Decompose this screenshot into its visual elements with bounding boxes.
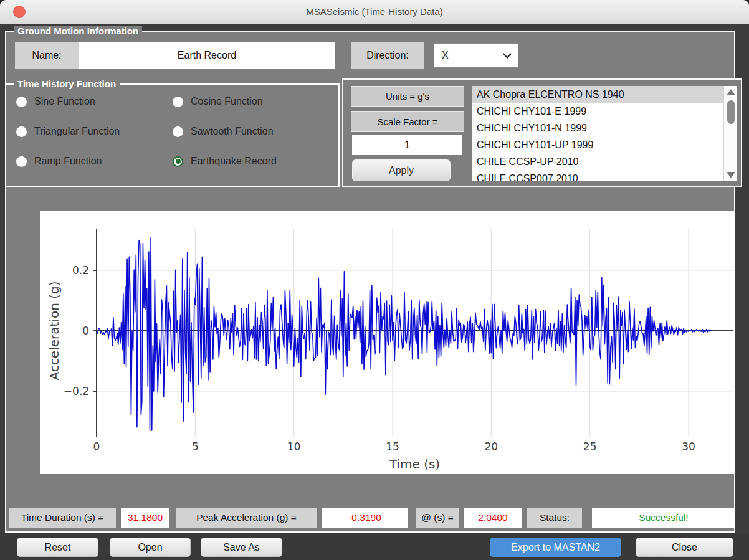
svg-text:15: 15 — [386, 440, 399, 453]
radio-sawtooth-function[interactable]: Sawtooth Function — [173, 126, 328, 137]
export-to-mastan2-button[interactable]: Export to MASTAN2 — [490, 538, 621, 557]
record-list-item[interactable]: CHILE CCSP-UP 2010 — [472, 153, 723, 170]
record-list-item[interactable]: CHICHI CHY101-E 1999 — [472, 103, 723, 120]
record-list-item[interactable]: AK Chopra ELCENTRO NS 1940 — [472, 86, 723, 103]
name-input[interactable] — [79, 42, 335, 69]
radio-unselected-icon — [173, 97, 183, 107]
radio-earthquake-record[interactable]: Earthquake Record — [173, 156, 328, 167]
y-axis-label: Acceleration (g) — [47, 282, 62, 381]
svg-text:0.2: 0.2 — [72, 264, 89, 277]
direction-label: Direction: — [351, 42, 424, 69]
radio-triangular-function[interactable]: Triangular Function — [16, 126, 173, 137]
status-value: Successful! — [592, 508, 735, 528]
radio-selected-icon — [173, 156, 183, 167]
at-time-label: @ (s) = — [416, 508, 459, 528]
radio-cosine-function[interactable]: Cosine Function — [173, 96, 328, 107]
scrollbar-thumb[interactable] — [727, 100, 735, 124]
radio-unselected-icon — [16, 97, 27, 107]
direction-select[interactable]: X — [434, 43, 518, 68]
footer-bar: Reset Open Save As Export to MASTAN2 Clo… — [0, 533, 749, 560]
open-button[interactable]: Open — [110, 538, 191, 557]
radio-label: Triangular Function — [34, 126, 120, 137]
window-title: MSASeismic (Time-History Data) — [0, 0, 749, 24]
scale-factor-button[interactable]: Scale Factor = — [351, 111, 464, 132]
time-duration-value: 31.1800 — [121, 508, 169, 528]
radio-ramp-function[interactable]: Ramp Function — [16, 156, 173, 167]
name-label: Name: — [15, 42, 79, 69]
at-time-value: 2.0400 — [464, 508, 522, 528]
units-button[interactable]: Units = g's — [351, 86, 464, 107]
radio-label: Sine Function — [34, 96, 95, 107]
svg-text:−0.2: −0.2 — [64, 385, 89, 397]
listbox-scrollbar[interactable] — [723, 86, 737, 181]
svg-text:0: 0 — [93, 440, 100, 453]
scroll-up-icon[interactable] — [727, 89, 735, 95]
radio-dot-icon — [176, 159, 181, 164]
radio-label: Sawtooth Function — [191, 126, 274, 137]
title-bar: MSASeismic (Time-History Data) — [0, 0, 749, 24]
radio-label: Cosine Function — [191, 96, 263, 107]
record-list-item[interactable]: CHICHI CHY101-UP 1999 — [472, 136, 723, 153]
peak-acceleration-value: -0.3190 — [322, 508, 408, 528]
scroll-down-icon[interactable] — [727, 172, 735, 178]
radio-label: Ramp Function — [34, 156, 102, 167]
earthquake-records-listbox[interactable]: AK Chopra ELCENTRO NS 1940CHICHI CHY101-… — [472, 86, 723, 181]
app-window: MSASeismic (Time-History Data) Ground Mo… — [0, 0, 749, 560]
waveform-line — [97, 237, 711, 430]
svg-text:10: 10 — [287, 440, 301, 453]
radio-unselected-icon — [173, 126, 183, 137]
close-button[interactable]: Close — [636, 538, 733, 557]
scale-factor-input[interactable] — [352, 135, 462, 155]
direction-value: X — [434, 50, 503, 61]
time-duration-label: Time Duration (s) = — [9, 508, 116, 528]
acceleration-chart: 0.20−0.2051015202530Time (s)Acceleration… — [40, 211, 735, 474]
radio-sine-function[interactable]: Sine Function — [16, 96, 173, 107]
save-as-button[interactable]: Save As — [201, 538, 282, 557]
svg-text:30: 30 — [682, 440, 695, 453]
reset-button[interactable]: Reset — [17, 538, 98, 557]
x-axis-label: Time (s) — [389, 457, 440, 472]
record-list-item[interactable]: CHICHI CHY101-N 1999 — [472, 120, 723, 136]
record-list-item[interactable]: CHILE CCSP007 2010 — [472, 170, 723, 181]
status-label: Status: — [527, 508, 582, 528]
radio-label: Earthquake Record — [191, 156, 277, 167]
time-history-plot: 0.20−0.2051015202530Time (s)Acceleration… — [40, 211, 735, 474]
chevron-down-icon — [503, 53, 512, 59]
ground-motion-legend: Ground Motion Information — [14, 26, 142, 36]
svg-text:25: 25 — [583, 440, 597, 453]
svg-text:0: 0 — [82, 325, 89, 337]
peak-acceleration-label: Peak Acceleration (g) = — [176, 508, 317, 528]
radio-unselected-icon — [16, 126, 27, 137]
apply-button[interactable]: Apply — [352, 159, 451, 181]
svg-text:20: 20 — [485, 440, 499, 453]
radio-unselected-icon — [16, 156, 27, 167]
window-content: Ground Motion Information Name: Directio… — [0, 24, 749, 560]
svg-text:5: 5 — [192, 440, 199, 453]
time-history-options: Sine FunctionCosine FunctionTriangular F… — [16, 87, 328, 180]
